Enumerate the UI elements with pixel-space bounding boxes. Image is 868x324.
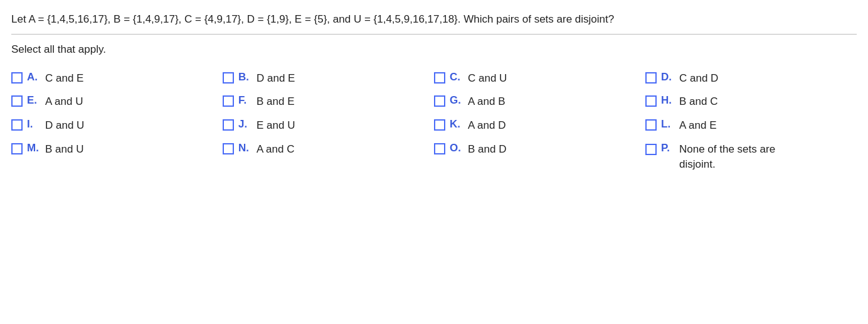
option-text-E: A and U [45,94,83,109]
option-text-K: A and D [468,118,506,133]
option-letter-M: M. [27,142,41,154]
option-text-D: C and D [679,71,718,86]
option-text-P: None of the sets aredisjoint. [679,142,775,172]
option-letter-D: D. [661,71,675,84]
question-text: Let A = {1,4,5,16,17}, B = {1,4,9,17}, C… [11,11,857,28]
option-L: L. A and E [645,117,857,134]
option-letter-H: H. [661,94,675,107]
checkbox-N[interactable] [223,143,234,154]
option-letter-I: I. [27,118,41,131]
option-text-M: B and U [45,142,83,157]
option-letter-K: K. [450,118,463,131]
option-letter-C: C. [450,71,463,84]
option-letter-G: G. [450,94,463,107]
option-text-G: A and B [468,94,505,109]
option-letter-J: J. [238,118,252,131]
checkbox-G[interactable] [434,95,445,107]
option-A: A. C and E [11,70,223,87]
option-letter-P: P. [661,142,675,154]
option-B: B. D and E [223,70,434,87]
checkbox-P[interactable] [645,144,657,155]
option-M: M. B and U [11,141,223,173]
checkbox-I[interactable] [11,119,23,131]
option-text-B: D and E [257,71,295,86]
option-text-F: B and E [257,94,295,109]
option-O: O. B and D [434,141,645,173]
checkbox-M[interactable] [11,143,23,154]
checkbox-K[interactable] [434,119,445,131]
option-P: P. None of the sets aredisjoint. [645,141,857,173]
option-E: E. A and U [11,93,223,111]
option-text-H: B and C [679,94,717,109]
option-I: I. D and U [11,117,223,134]
options-grid: A. C and E B. D and E C. C and U D. C an… [11,70,857,173]
option-N: N. A and C [223,141,434,173]
option-text-O: B and D [468,142,506,157]
option-C: C. C and U [434,70,645,87]
option-letter-L: L. [661,118,675,131]
option-letter-N: N. [238,142,252,154]
checkbox-A[interactable] [11,72,23,84]
option-H: H. B and C [645,93,857,111]
option-letter-O: O. [450,142,463,154]
option-letter-A: A. [27,71,41,84]
option-letter-F: F. [238,94,252,107]
option-J: J. E and U [223,117,434,134]
option-letter-E: E. [27,94,41,107]
option-K: K. A and D [434,117,645,134]
checkbox-F[interactable] [223,95,234,107]
checkbox-J[interactable] [223,119,234,131]
option-F: F. B and E [223,93,434,111]
checkbox-D[interactable] [645,72,657,84]
option-text-L: A and E [679,118,717,133]
checkbox-L[interactable] [645,119,657,131]
checkbox-O[interactable] [434,143,445,154]
checkbox-C[interactable] [434,72,445,84]
option-text-I: D and U [45,118,84,133]
option-text-N: A and C [257,142,295,157]
checkbox-E[interactable] [11,95,23,107]
option-letter-B: B. [238,71,252,84]
option-text-A: C and E [45,71,83,86]
option-D: D. C and D [645,70,857,87]
instruction-label: Select all that apply. [11,43,857,56]
option-G: G. A and B [434,93,645,111]
checkbox-B[interactable] [223,72,234,84]
checkbox-H[interactable] [645,95,657,107]
option-text-C: C and U [468,71,507,86]
option-text-J: E and U [257,118,295,133]
divider [11,34,857,35]
